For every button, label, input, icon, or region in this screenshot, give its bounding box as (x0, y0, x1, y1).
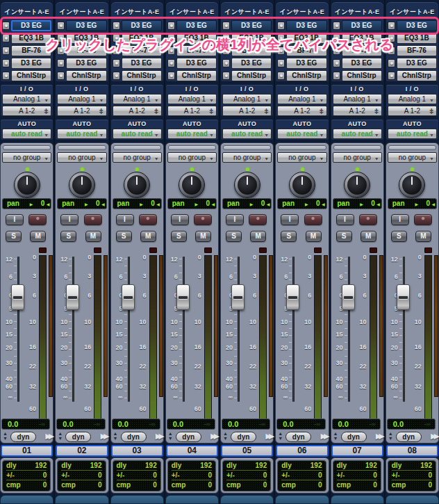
double-arrow-icon[interactable]: ▶▶ (431, 432, 437, 441)
chevron-down-icon: ▼ (429, 96, 434, 105)
track-height-spinner[interactable]: ▲ ▼ (167, 431, 174, 441)
track-height-spinner[interactable]: ▲ ▼ (222, 431, 229, 441)
peak-value: -∞ (314, 419, 320, 429)
volume-display[interactable]: 0.0 -∞ (276, 418, 325, 430)
channel-name[interactable]: 06 (276, 445, 328, 457)
double-arrow-icon[interactable]: ▶▶ (265, 432, 272, 441)
volume-fader-track[interactable] (183, 257, 185, 402)
double-arrow-icon[interactable]: ▶▶ (321, 432, 327, 441)
clip-indicator[interactable] (204, 247, 212, 253)
clip-indicator[interactable] (370, 247, 377, 253)
volume-fader-handle[interactable] (66, 284, 79, 310)
channel-name[interactable]: 01 (1, 445, 53, 457)
volume-fader-handle[interactable] (342, 284, 355, 310)
output-assign-icon: ǂ (209, 107, 213, 116)
delay-display[interactable]: dly192 +/-0 cmp0 (57, 460, 106, 491)
pan-value: 0 (316, 199, 320, 209)
clip-indicator[interactable] (94, 247, 101, 253)
level-meter-secondary (214, 255, 218, 397)
double-arrow-icon[interactable]: ▶▶ (210, 432, 217, 441)
delay-display[interactable]: dly192 +/-0 cmp0 (167, 460, 216, 491)
fader-scale: 12605101520304060∞ (332, 0, 343, 417)
dyn-selector[interactable]: dyn (176, 432, 201, 442)
volume-display[interactable]: 0.0 -∞ (222, 418, 270, 430)
volume-display[interactable]: 0.0 -∞ (112, 418, 160, 430)
channel-name[interactable]: 03 (111, 445, 163, 457)
fader-scale: 12605101520304060∞ (1, 0, 13, 417)
double-arrow-icon[interactable]: ▶▶ (101, 432, 107, 441)
delay-display[interactable]: dly192 +/-0 cmp0 (2, 460, 51, 491)
dyn-selector[interactable]: dyn (65, 432, 91, 442)
volume-display[interactable]: 0.0 -∞ (1, 418, 50, 430)
output-assign-icon: ǂ (320, 107, 324, 116)
delay-display[interactable]: dly192 +/-0 cmp0 (333, 460, 381, 491)
volume-fader-track[interactable] (238, 257, 240, 402)
chevron-down-icon: ▼ (99, 96, 104, 105)
spinner-down-icon: ▼ (56, 436, 64, 441)
delay-display[interactable]: dly192 +/-0 cmp0 (113, 460, 161, 491)
clip-indicator[interactable] (149, 247, 157, 253)
clip-indicator[interactable] (259, 247, 267, 253)
spinner-up-icon: ▲ (167, 431, 174, 436)
channel-name[interactable]: 04 (166, 445, 218, 457)
dyn-selector[interactable]: dyn (10, 432, 36, 442)
volume-fader-track[interactable] (403, 257, 405, 402)
track-height-spinner[interactable]: ▲ ▼ (56, 431, 64, 441)
volume-display[interactable]: 0.0 -∞ (56, 418, 105, 430)
delay-row: dly192 (392, 461, 432, 471)
volume-fader-handle[interactable] (231, 284, 245, 310)
delay-row: dly192 (61, 461, 101, 471)
volume-fader-track[interactable] (292, 257, 295, 402)
fader-tick-marks (399, 259, 402, 400)
volume-fader-track[interactable] (17, 257, 19, 402)
track-height-spinner[interactable]: ▲ ▼ (1, 431, 9, 441)
volume-fader-handle[interactable] (122, 284, 135, 310)
double-arrow-icon[interactable]: ▶▶ (156, 432, 162, 441)
track-height-spinner[interactable]: ▲ ▼ (332, 431, 340, 441)
delay-row: dly192 (172, 461, 212, 471)
dyn-selector[interactable]: dyn (396, 432, 422, 442)
volume-fader-track[interactable] (128, 257, 130, 402)
dyn-selector[interactable]: dyn (285, 432, 311, 442)
track-height-spinner[interactable]: ▲ ▼ (112, 431, 119, 441)
volume-fader-handle[interactable] (286, 284, 299, 310)
spinner-down-icon: ▼ (1, 436, 9, 441)
track-height-spinner[interactable]: ▲ ▼ (387, 431, 395, 441)
double-arrow-icon[interactable]: ▶▶ (45, 432, 51, 441)
peak-value: -∞ (149, 419, 155, 429)
delay-display[interactable]: dly192 +/-0 cmp0 (277, 460, 326, 491)
chevron-down-icon: ▼ (44, 131, 49, 140)
volume-fader-handle[interactable] (11, 284, 24, 310)
channel-name[interactable]: 02 (56, 445, 108, 457)
level-meter (314, 255, 322, 420)
volume-fader-handle[interactable] (397, 284, 410, 310)
dyn-selector[interactable]: dyn (231, 432, 256, 442)
peak-value: -∞ (204, 419, 210, 429)
fader-scale: 12605101520304060∞ (112, 0, 123, 417)
meter-scale: 0361016223260 (411, 0, 422, 417)
dyn-selector[interactable]: dyn (121, 432, 147, 442)
volume-display[interactable]: 0.0 -∞ (167, 418, 215, 430)
channel-name[interactable]: 05 (221, 445, 273, 457)
track-height-spinner[interactable]: ▲ ▼ (276, 431, 284, 441)
channel-name[interactable]: 08 (386, 445, 438, 457)
peak-value: -∞ (259, 419, 265, 429)
chevron-down-icon: ▼ (209, 131, 214, 140)
strip-bottom-band (275, 495, 329, 504)
clip-indicator[interactable] (314, 247, 322, 253)
clip-indicator[interactable] (424, 247, 432, 253)
channel-name[interactable]: 07 (331, 445, 383, 457)
volume-fader-handle[interactable] (176, 284, 190, 310)
dyn-row: ▲ ▼ dyn ▶▶ (275, 431, 329, 443)
volume-fader-track[interactable] (348, 257, 350, 402)
volume-fader-track[interactable] (72, 257, 74, 402)
clip-indicator[interactable] (39, 247, 47, 253)
dyn-selector[interactable]: dyn (341, 432, 367, 442)
spinner-up-icon: ▲ (1, 431, 9, 436)
pan-value: 0 (426, 199, 430, 209)
double-arrow-icon[interactable]: ▶▶ (376, 432, 382, 441)
volume-display[interactable]: 0.0 -∞ (332, 418, 381, 430)
volume-display[interactable]: 0.0 -∞ (387, 418, 436, 430)
delay-display[interactable]: dly192 +/-0 cmp0 (388, 460, 436, 491)
delay-display[interactable]: dly192 +/-0 cmp0 (222, 460, 271, 491)
